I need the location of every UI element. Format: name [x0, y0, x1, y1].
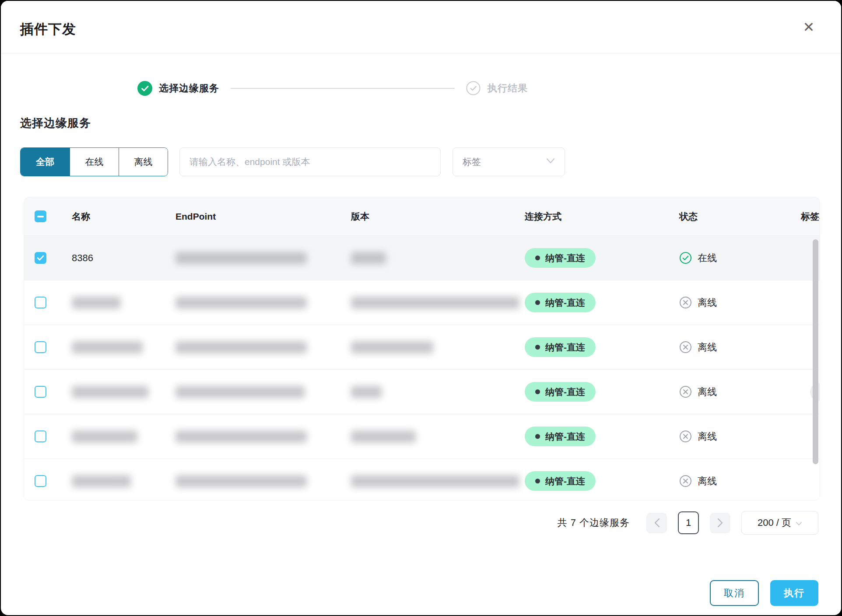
cell-version	[351, 475, 525, 487]
column-header-version: 版本	[351, 210, 525, 223]
footer-actions: 取消 执行	[710, 580, 818, 606]
status-offline-icon	[679, 430, 692, 443]
cell-endpoint	[175, 252, 351, 264]
step-label: 执行结果	[488, 82, 528, 95]
vertical-scrollbar[interactable]	[813, 239, 818, 464]
cell-endpoint	[175, 475, 351, 487]
column-header-name: 名称	[72, 210, 175, 223]
modal-title: 插件下发	[20, 20, 76, 38]
connection-badge: 纳管-直连	[525, 293, 596, 312]
status-badge: 离线	[679, 341, 801, 354]
redacted-endpoint	[175, 430, 307, 443]
row-checkbox-cell	[24, 297, 72, 308]
step-label: 选择边缘服务	[159, 82, 219, 95]
tab-offline[interactable]: 离线	[119, 148, 168, 176]
cell-version	[351, 386, 525, 398]
tab-online[interactable]: 在线	[70, 148, 119, 176]
cell-endpoint	[175, 386, 351, 398]
column-header-status: 状态	[679, 210, 801, 223]
cell-version	[351, 430, 525, 443]
status-offline-icon	[679, 296, 692, 309]
page-number-button[interactable]: 1	[678, 511, 699, 534]
stepper: 选择边缘服务 执行结果	[137, 79, 815, 98]
status-filter-tab-group: 全部 在线 离线	[20, 147, 168, 176]
cell-connection: 纳管-直连	[525, 293, 679, 312]
prev-page-button[interactable]	[646, 513, 667, 533]
redacted-version	[351, 386, 382, 398]
table-row: 纳管-直连离线	[24, 280, 820, 325]
section-title: 选择边缘服务	[20, 116, 91, 131]
status-badge: 离线	[679, 430, 801, 443]
tag-select[interactable]: 标签	[453, 147, 565, 176]
redacted-version	[351, 430, 416, 443]
execute-button[interactable]: 执行	[770, 580, 818, 606]
redacted-name	[72, 297, 121, 309]
table-row: 纳管-直连离线	[24, 414, 820, 458]
column-header-tag: 标签名	[801, 210, 820, 223]
step-done-check-icon	[137, 81, 152, 96]
table-body: 8386纳管-直连在线纳管-直连离线纳管-直连离线纳管-直连离线tag纳管-直连…	[24, 235, 820, 500]
table-header-row: 名称 EndPoint 版本 连接方式 状态 标签名	[24, 197, 820, 235]
redacted-name	[72, 341, 143, 354]
header-checkbox-cell	[24, 210, 72, 222]
step-select-edge-service: 选择边缘服务	[137, 81, 219, 96]
status-offline-icon	[679, 385, 692, 398]
dot-icon	[535, 256, 540, 260]
cell-version	[351, 252, 525, 264]
close-icon[interactable]: ✕	[799, 18, 818, 37]
cell-connection: 纳管-直连	[525, 382, 679, 402]
next-page-button[interactable]	[710, 513, 730, 533]
row-checkbox[interactable]	[35, 297, 46, 308]
chevron-down-icon	[796, 517, 802, 528]
service-name: 8386	[72, 252, 93, 263]
cell-endpoint	[175, 341, 351, 354]
redacted-version	[351, 252, 386, 264]
tag-select-label: 标签	[463, 156, 481, 168]
connection-badge: 纳管-直连	[525, 382, 596, 402]
cell-endpoint	[175, 430, 351, 443]
table-row: 8386纳管-直连在线	[24, 235, 820, 280]
cell-name	[72, 341, 175, 354]
filter-row: 全部 在线 离线 标签	[20, 147, 818, 176]
cell-connection: 纳管-直连	[525, 471, 679, 491]
dot-icon	[535, 345, 540, 350]
connection-badge: 纳管-直连	[525, 248, 596, 268]
cell-version	[351, 341, 525, 354]
tab-all[interactable]: 全部	[21, 148, 70, 176]
table-row: 纳管-直连离线	[24, 458, 820, 500]
row-checkbox[interactable]	[35, 341, 46, 353]
row-checkbox[interactable]	[35, 430, 46, 442]
dot-icon	[535, 434, 540, 439]
row-checkbox-cell	[24, 386, 72, 398]
row-checkbox[interactable]	[35, 252, 46, 264]
status-badge: 离线	[679, 475, 801, 488]
dot-icon	[535, 300, 540, 305]
column-header-endpoint: EndPoint	[175, 211, 351, 222]
row-checkbox-cell	[24, 430, 72, 442]
row-checkbox-cell	[24, 252, 72, 264]
page-size-select[interactable]: 200 / 页	[741, 511, 818, 535]
redacted-endpoint	[175, 386, 305, 398]
edge-service-table: 名称 EndPoint 版本 连接方式 状态 标签名 8386纳管-直连在线纳管…	[24, 197, 820, 500]
cell-name	[72, 430, 175, 443]
cell-connection: 纳管-直连	[525, 248, 679, 268]
step-pending-check-icon	[466, 81, 481, 96]
search-input[interactable]	[189, 157, 431, 167]
row-checkbox[interactable]	[35, 475, 46, 487]
cell-name: 8386	[72, 252, 175, 264]
status-offline-icon	[679, 341, 692, 354]
cell-name	[72, 297, 175, 309]
modal-header: 插件下发 ✕	[1, 1, 841, 53]
chevron-down-icon	[546, 158, 555, 166]
cell-status: 离线	[679, 430, 801, 443]
connection-badge: 纳管-直连	[525, 337, 596, 357]
cell-name	[72, 386, 175, 398]
select-all-checkbox[interactable]	[35, 210, 46, 222]
status-badge: 离线	[679, 296, 801, 309]
redacted-endpoint	[175, 475, 307, 487]
row-checkbox[interactable]	[35, 386, 46, 398]
row-checkbox-cell	[24, 341, 72, 353]
cancel-button[interactable]: 取消	[710, 580, 759, 606]
redacted-endpoint	[175, 297, 307, 309]
connection-badge: 纳管-直连	[525, 471, 596, 491]
